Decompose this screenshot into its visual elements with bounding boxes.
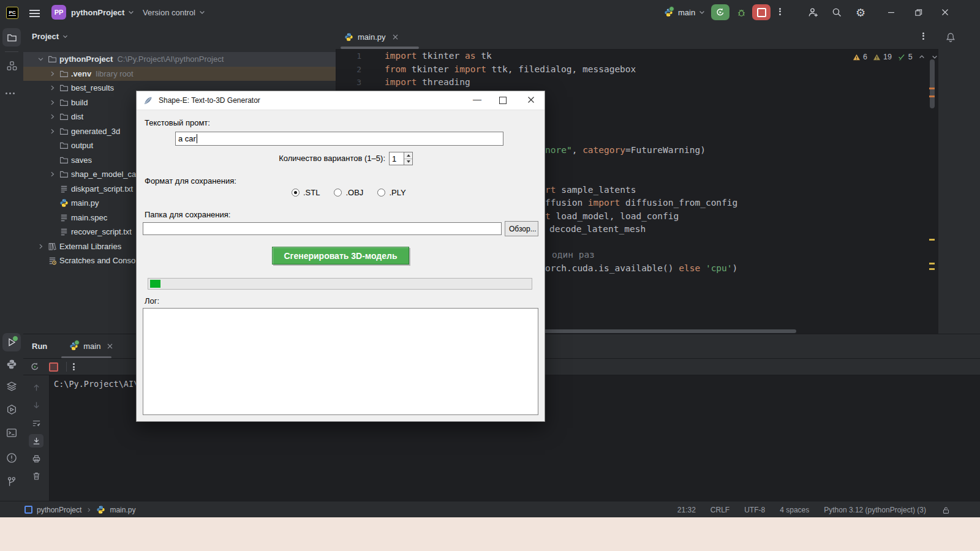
debug-button[interactable]: [735, 6, 747, 18]
radio-label: .PLY: [389, 188, 405, 197]
spin-up-icon[interactable]: [404, 152, 412, 159]
chevron-down-icon[interactable]: [36, 55, 46, 63]
chevron-right-icon[interactable]: [47, 127, 58, 135]
tool-layers-icon[interactable]: [5, 380, 18, 393]
rerun-button[interactable]: [711, 4, 729, 20]
active-tab-underline: [61, 356, 111, 358]
dialog-minimize-button[interactable]: —: [471, 95, 483, 106]
warning-strong: 6: [853, 53, 867, 61]
line-separator[interactable]: CRLF: [710, 506, 729, 514]
warning-weak: 19: [873, 53, 892, 61]
search-everywhere-icon[interactable]: [831, 6, 843, 18]
breadcrumb-file[interactable]: main.py: [110, 506, 135, 514]
spinner-buttons[interactable]: [404, 152, 412, 165]
code-line: ffusion import diffusion_from_config: [545, 197, 737, 209]
project-widget[interactable]: PP pythonProject: [51, 5, 135, 20]
up-arrow-icon[interactable]: [30, 381, 42, 394]
file-encoding[interactable]: UTF-8: [744, 506, 765, 514]
stop-button[interactable]: [752, 4, 771, 20]
main-menu-icon[interactable]: [29, 8, 40, 19]
error-stripe-mark[interactable]: [929, 96, 935, 97]
chevron-right-icon[interactable]: [47, 84, 58, 92]
generate-button[interactable]: Сгенерировать 3D-модель: [272, 247, 409, 264]
pycharm-logo-text: PC: [9, 10, 15, 16]
browse-button[interactable]: Обзор...: [505, 221, 538, 236]
left-tool-strip: [0, 24, 24, 501]
notifications-bell-icon[interactable]: [945, 32, 980, 43]
chevron-down-icon: [698, 9, 706, 16]
folder-input[interactable]: [143, 222, 502, 235]
settings-gear-icon[interactable]: ⚙: [854, 6, 867, 19]
radio-obj[interactable]: .OBJ: [334, 188, 363, 197]
tool-terminal-icon[interactable]: [5, 426, 18, 440]
code-token: decode_latent_mesh: [549, 224, 646, 234]
print-icon[interactable]: [30, 452, 42, 465]
dialog-titlebar[interactable]: Shape-E: Text-to-3D Generator —: [137, 91, 545, 110]
tab-main-py[interactable]: main.py: [344, 24, 399, 49]
format-radio-group: .STL .OBJ .PLY: [292, 188, 406, 197]
error-stripe-mark[interactable]: [929, 263, 935, 264]
down-arrow-icon[interactable]: [30, 399, 42, 411]
editor-vertical-scrollbar[interactable]: [930, 59, 935, 108]
tool-python-packages-icon[interactable]: [5, 358, 18, 371]
tab-close-icon[interactable]: [392, 34, 399, 40]
tree-item-label: main.py: [71, 198, 99, 208]
window-close-button[interactable]: [938, 6, 952, 19]
checks-ok: 5: [897, 53, 913, 61]
chevron-right-icon[interactable]: [47, 170, 58, 178]
progress-bar: [148, 278, 532, 290]
chevron-right-icon[interactable]: [47, 70, 58, 78]
tree-item-pythonproject[interactable]: pythonProjectC:\Py.Project\AI\pythonProj…: [23, 52, 336, 67]
radio-ply[interactable]: .PLY: [377, 188, 405, 197]
active-tab-underline: [341, 47, 419, 49]
error-stripe-mark[interactable]: [929, 268, 935, 270]
tree-item-venv[interactable]: .venvlibrary root: [23, 67, 336, 81]
tab-bar-options-icon[interactable]: [922, 31, 924, 40]
variants-value: 1: [390, 154, 404, 163]
tool-services-icon[interactable]: [5, 403, 18, 416]
variants-spinbox[interactable]: 1: [389, 152, 413, 165]
log-textarea[interactable]: [143, 308, 538, 415]
lock-icon[interactable]: [941, 505, 951, 515]
python-icon: [344, 32, 353, 42]
tool-git-icon[interactable]: [5, 475, 18, 489]
tool-problems-icon[interactable]: [5, 451, 18, 465]
dialog-close-button[interactable]: [525, 94, 537, 106]
stop-icon[interactable]: [47, 360, 60, 373]
project-panel-header[interactable]: Project: [23, 24, 336, 48]
chevron-right-icon[interactable]: [36, 242, 46, 250]
python-interpreter[interactable]: Python 3.12 (pythonProject) (3): [824, 506, 926, 514]
version-control-widget[interactable]: Version control: [143, 6, 206, 18]
run-tab-close-icon[interactable]: [107, 343, 113, 350]
breadcrumb-project[interactable]: pythonProject: [37, 506, 81, 514]
window-restore-button[interactable]: [911, 6, 925, 18]
dialog-maximize-button[interactable]: [499, 97, 507, 104]
inspections-widget[interactable]: 6 19 5: [853, 53, 938, 61]
prompt-input[interactable]: a car: [175, 132, 503, 146]
spin-down-icon[interactable]: [404, 159, 412, 165]
more-actions-icon[interactable]: [779, 7, 781, 16]
tool-run-icon[interactable]: [2, 333, 21, 351]
error-stripe-mark[interactable]: [929, 239, 935, 241]
folder-icon: [58, 98, 70, 107]
chevron-right-icon[interactable]: [47, 99, 58, 107]
chevron-right-icon[interactable]: [47, 113, 58, 121]
tab-label: main.py: [358, 32, 386, 42]
caret-position[interactable]: 21:32: [677, 506, 696, 514]
soft-wrap-icon[interactable]: [30, 417, 42, 429]
run-configuration-widget[interactable]: main: [664, 5, 706, 20]
rerun-icon[interactable]: [28, 360, 42, 373]
trash-icon[interactable]: [30, 470, 42, 482]
scroll-to-end-icon[interactable]: [29, 434, 43, 448]
tool-structure-icon[interactable]: [5, 59, 18, 72]
radio-stl[interactable]: .STL: [292, 188, 320, 197]
window-minimize-button[interactable]: [884, 6, 898, 18]
error-stripe-mark[interactable]: [929, 88, 935, 89]
tool-more-icon[interactable]: [4, 87, 15, 96]
run-tab-main[interactable]: main: [69, 334, 113, 358]
run-more-options-icon[interactable]: [73, 362, 75, 372]
tool-project-icon[interactable]: [2, 28, 21, 47]
indent-style[interactable]: 4 spaces: [780, 506, 809, 514]
code-token: nore": [545, 145, 572, 155]
code-with-me-icon[interactable]: [806, 6, 820, 18]
